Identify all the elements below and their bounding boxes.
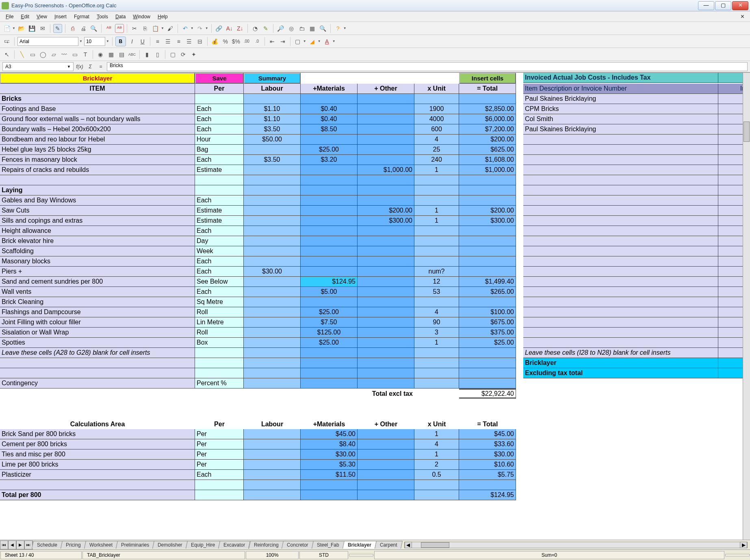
cell[interactable]: $100.00 — [459, 307, 516, 317]
shapes-icon[interactable]: ▦ — [106, 50, 115, 59]
cell[interactable]: Leave these cells (A28 to G28) blank for… — [0, 348, 195, 358]
cell[interactable] — [516, 277, 523, 287]
cell[interactable] — [301, 297, 358, 307]
cell[interactable] — [358, 185, 414, 195]
cell[interactable]: x Unit — [414, 419, 459, 429]
cell[interactable]: $8.50 — [301, 124, 358, 135]
menu-help[interactable]: Help — [154, 13, 171, 21]
cell[interactable] — [459, 256, 516, 267]
cell[interactable] — [244, 358, 301, 368]
cell[interactable]: $8.40 — [301, 439, 358, 449]
cell[interactable]: 1 — [414, 165, 459, 175]
cell[interactable]: Each — [195, 155, 244, 165]
insert-cells-button[interactable]: Insert cells — [459, 73, 516, 84]
cell[interactable] — [358, 145, 414, 155]
cell[interactable] — [414, 389, 459, 399]
cell[interactable]: Labour — [244, 419, 301, 429]
cell[interactable]: $25.00 — [301, 338, 358, 348]
cell[interactable] — [523, 429, 718, 439]
cell[interactable] — [358, 124, 414, 135]
cell[interactable] — [244, 307, 301, 317]
cell[interactable]: $30.00 — [301, 449, 358, 460]
cell[interactable] — [523, 328, 718, 338]
cell[interactable]: See Below — [195, 277, 244, 287]
cell[interactable] — [358, 470, 414, 480]
cell[interactable] — [301, 256, 358, 267]
styles-icon[interactable]: ⮓ — [2, 37, 11, 46]
cell[interactable] — [459, 226, 516, 236]
cell[interactable]: $10.60 — [459, 460, 516, 470]
cell[interactable] — [244, 256, 301, 267]
cell[interactable]: $6,000.00 — [459, 114, 516, 124]
cell[interactable]: $5.30 — [301, 460, 358, 470]
cell[interactable] — [358, 277, 414, 287]
cell[interactable] — [244, 317, 301, 328]
cell[interactable] — [0, 358, 195, 368]
equals-icon[interactable]: = — [96, 62, 105, 71]
cell[interactable] — [358, 317, 414, 328]
hyperlink-icon[interactable]: 🔗 — [215, 24, 223, 33]
menu-window[interactable]: Window — [130, 13, 154, 21]
cell[interactable]: $7.50 — [301, 317, 358, 328]
doc-close-button[interactable]: × — [737, 12, 748, 22]
gallery-icon[interactable]: 🗀 — [297, 24, 306, 33]
cell[interactable] — [523, 277, 718, 287]
cell[interactable] — [0, 399, 195, 409]
status-zoom[interactable]: 100% — [246, 551, 299, 559]
cell[interactable] — [516, 338, 523, 348]
cell[interactable] — [301, 206, 358, 216]
menu-format[interactable]: Format — [71, 13, 93, 21]
menu-edit[interactable]: Edit — [17, 13, 33, 21]
datasources-icon[interactable]: ▦ — [308, 24, 317, 33]
cell[interactable] — [459, 94, 516, 104]
cell[interactable]: $45.00 — [459, 429, 516, 439]
sheet-tab-concretor[interactable]: Concretor — [282, 541, 314, 549]
cell[interactable] — [459, 185, 516, 195]
cell[interactable]: 2 — [414, 460, 459, 470]
cell[interactable] — [414, 358, 459, 368]
cell[interactable]: Estimate — [195, 216, 244, 226]
sheet-tab-preliminaries[interactable]: Preliminaries — [116, 541, 154, 549]
cell[interactable] — [523, 389, 718, 399]
extrusion-icon[interactable]: ✦ — [189, 50, 198, 59]
cell[interactable] — [523, 195, 718, 206]
cell[interactable] — [516, 449, 523, 460]
cell[interactable] — [459, 409, 516, 419]
bgcolor-icon[interactable]: ◢ — [308, 37, 317, 46]
cell[interactable]: Per — [195, 460, 244, 470]
cell[interactable]: $300.00 — [459, 216, 516, 226]
font-size-input[interactable] — [84, 37, 105, 46]
cell[interactable]: Each — [195, 114, 244, 124]
cell[interactable]: Gables and Bay Windows — [0, 195, 195, 206]
cell[interactable] — [516, 470, 523, 480]
cell[interactable] — [358, 73, 414, 83]
cell[interactable]: $5.00 — [301, 287, 358, 297]
cell[interactable]: Saw Cuts — [0, 206, 195, 216]
cell[interactable]: 1 — [414, 338, 459, 348]
cell[interactable] — [244, 216, 301, 226]
cell[interactable] — [301, 195, 358, 206]
cell[interactable] — [301, 216, 358, 226]
cell[interactable] — [195, 185, 244, 195]
menu-tools[interactable]: Tools — [93, 13, 111, 21]
cell[interactable]: Each — [195, 195, 244, 206]
cell[interactable]: Paul Skaines Bricklaying — [523, 124, 718, 135]
sheet-tab-bricklayer[interactable]: Bricklayer — [342, 541, 377, 549]
cell[interactable] — [414, 409, 459, 419]
cell[interactable]: Brick Sand per 800 bricks — [0, 429, 195, 439]
cell[interactable]: Brick elevator hire — [0, 236, 195, 246]
cell[interactable]: Ties and misc per 800 — [0, 449, 195, 460]
cell[interactable] — [358, 358, 414, 368]
open-icon[interactable]: 📂 — [17, 24, 26, 33]
stars-icon[interactable]: ▯ — [153, 50, 162, 59]
cell[interactable] — [523, 236, 718, 246]
cell[interactable]: $1.10 — [244, 104, 301, 114]
cell[interactable] — [516, 226, 523, 236]
cell[interactable]: Estimate — [195, 165, 244, 175]
cell[interactable] — [358, 226, 414, 236]
cell[interactable] — [459, 175, 516, 185]
cell[interactable]: $300.00 — [358, 216, 414, 226]
cell[interactable] — [516, 84, 523, 94]
cell[interactable] — [516, 368, 523, 378]
cell[interactable]: + Other — [358, 84, 414, 94]
